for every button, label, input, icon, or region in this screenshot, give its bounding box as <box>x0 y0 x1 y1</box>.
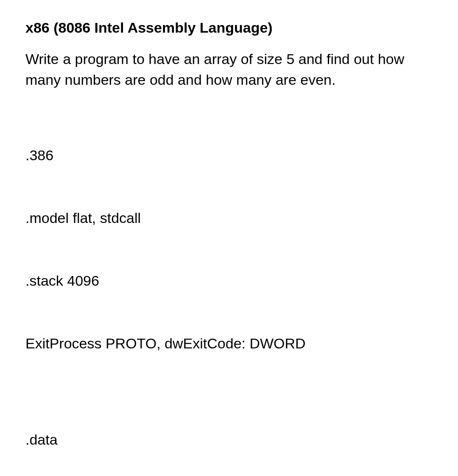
code-line: .model flat, stdcall <box>25 208 433 228</box>
code-line: ExitProcess PROTO, dwExitCode: DWORD <box>25 333 433 354</box>
problem-description: Write a program to have an array of size… <box>25 49 433 91</box>
heading-title: x86 (8086 Intel Assembly Language) <box>25 17 433 39</box>
code-line: .stack 4096 <box>25 270 433 291</box>
code-line: .386 <box>25 145 433 166</box>
code-block-data: .data ; define your variables here <box>25 387 433 476</box>
code-block-directives: .386 .model flat, stdcall .stack 4096 Ex… <box>25 103 433 375</box>
code-line: .data <box>25 429 433 450</box>
